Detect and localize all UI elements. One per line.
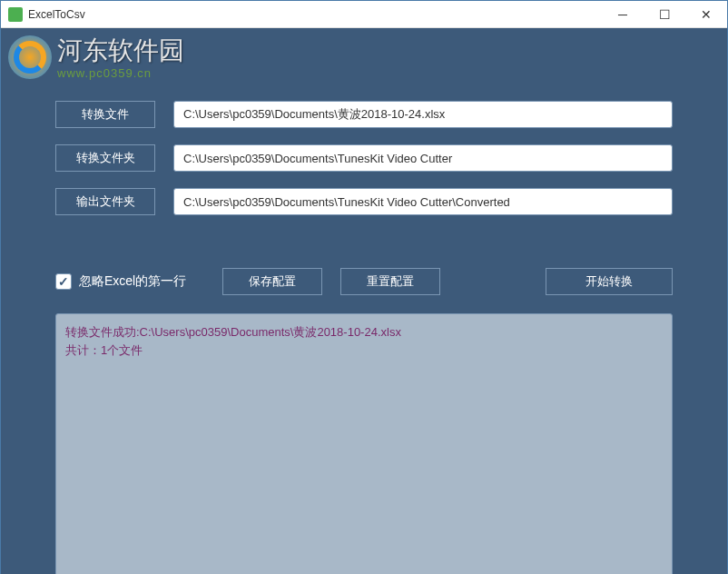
titlebar: ExcelToCsv ─ ☐ ✕ (1, 1, 727, 28)
app-icon (8, 7, 23, 22)
actions-row: 忽略Excel的第一行 保存配置 重置配置 开始转换 (1, 250, 727, 313)
output-folder-input[interactable] (173, 188, 673, 215)
app-window: ExcelToCsv ─ ☐ ✕ 河东软件园 www.pc0359.cn 转换文… (0, 0, 728, 574)
convert-file-row: 转换文件 (55, 101, 673, 128)
log-output[interactable]: 转换文件成功:C:\Users\pc0359\Documents\黄波2018-… (55, 313, 673, 574)
convert-file-input[interactable] (173, 101, 673, 128)
ignore-first-row-option[interactable]: 忽略Excel的第一行 (55, 273, 186, 290)
ignore-first-row-label: 忽略Excel的第一行 (79, 273, 186, 290)
convert-folder-button[interactable]: 转换文件夹 (55, 144, 155, 172)
output-folder-row: 输出文件夹 (55, 188, 673, 215)
convert-folder-input[interactable] (173, 144, 673, 172)
titlebar-title: ExcelToCsv (28, 8, 602, 21)
minimize-button[interactable]: ─ (602, 1, 644, 28)
form-section: 转换文件 转换文件夹 输出文件夹 (1, 28, 727, 250)
content-area: 河东软件园 www.pc0359.cn 转换文件 转换文件夹 输出文件夹 忽略E… (1, 28, 727, 574)
reset-config-button[interactable]: 重置配置 (340, 268, 440, 295)
window-controls: ─ ☐ ✕ (602, 1, 727, 28)
ignore-first-row-checkbox[interactable] (55, 273, 72, 290)
output-folder-button[interactable]: 输出文件夹 (55, 188, 155, 215)
start-convert-button[interactable]: 开始转换 (546, 268, 673, 295)
convert-file-button[interactable]: 转换文件 (55, 101, 155, 128)
convert-folder-row: 转换文件夹 (55, 144, 673, 172)
maximize-button[interactable]: ☐ (644, 1, 685, 28)
save-config-button[interactable]: 保存配置 (222, 268, 322, 295)
close-button[interactable]: ✕ (685, 1, 727, 28)
